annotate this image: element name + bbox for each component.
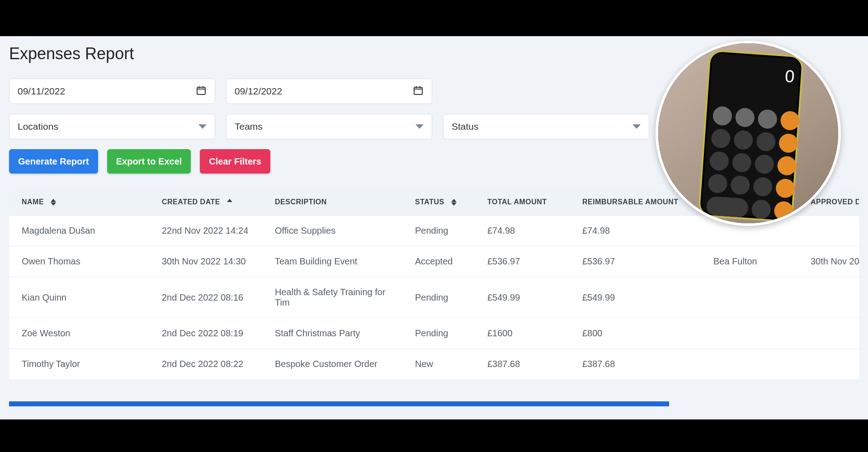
cell-status: New: [402, 349, 475, 380]
cell-created: 2nd Dec 2022 08:16: [149, 277, 262, 318]
table-row[interactable]: Kian Quinn2nd Dec 2022 08:16Health & Saf…: [9, 277, 859, 318]
calculator-display: 0: [784, 66, 795, 86]
col-name[interactable]: Name: [9, 189, 149, 216]
cell-total: £74.98: [475, 216, 570, 246]
status-label: Status: [452, 121, 479, 132]
hero-calculator-image: 0: [656, 41, 841, 226]
cell-created: 2nd Dec 2022 08:22: [149, 349, 262, 380]
cell-approved_by: [701, 318, 798, 349]
calendar-icon: [413, 85, 424, 98]
date-from-value: 09/11/2022: [18, 86, 65, 97]
sort-icon: [451, 199, 457, 206]
cell-name: Timothy Taylor: [9, 349, 149, 380]
cell-total: £536.97: [475, 246, 570, 277]
calendar-icon: [196, 85, 207, 98]
cell-name: Owen Thomas: [9, 246, 149, 277]
cell-approved_date: [798, 216, 859, 246]
cell-total: £1600: [475, 318, 570, 349]
col-description[interactable]: Description: [262, 189, 402, 216]
locations-select[interactable]: Locations: [9, 114, 215, 139]
table-row[interactable]: Zoë Weston2nd Dec 2022 08:19Staff Christ…: [9, 318, 859, 349]
locations-label: Locations: [18, 121, 58, 132]
cell-name: Magdalena Dušan: [9, 216, 149, 246]
svg-rect-1: [414, 87, 422, 94]
cell-approved_date: [798, 349, 859, 380]
status-select[interactable]: Status: [443, 114, 649, 139]
export-excel-button[interactable]: Export to Excel: [107, 149, 191, 174]
cell-created: 30th Nov 2022 14:30: [149, 246, 262, 277]
col-status[interactable]: Status: [402, 189, 475, 216]
cell-approved_date: [798, 277, 859, 318]
horizontal-scrollbar-thumb[interactable]: [9, 401, 669, 406]
cell-approved_by: Bea Fulton: [701, 246, 798, 277]
cell-reimbursable: £800: [570, 318, 701, 349]
cell-status: Pending: [402, 216, 475, 246]
chevron-down-icon: [632, 124, 641, 129]
teams-label: Teams: [235, 121, 263, 132]
cell-created: 2nd Dec 2022 08:19: [149, 318, 262, 349]
chevron-down-icon: [415, 124, 424, 129]
cell-created: 22nd Nov 2022 14:24: [149, 216, 262, 246]
cell-total: £549.99: [475, 277, 570, 318]
cell-description: Staff Christmas Party: [262, 318, 402, 349]
cell-name: Zoë Weston: [9, 318, 149, 349]
date-to-input[interactable]: 09/12/2022: [226, 79, 432, 104]
cell-description: Office Supplies: [262, 216, 402, 246]
cell-approved_by: [701, 349, 798, 380]
sort-asc-icon: [227, 199, 232, 206]
svg-rect-0: [197, 87, 205, 94]
cell-reimbursable: £536.97: [570, 246, 701, 277]
date-to-value: 09/12/2022: [235, 86, 282, 97]
table-row[interactable]: Owen Thomas30th Nov 2022 14:30Team Build…: [9, 246, 859, 277]
cell-reimbursable: £549.99: [570, 277, 701, 318]
col-total[interactable]: Total Amount: [475, 189, 570, 216]
cell-approved_date: [798, 318, 859, 349]
cell-name: Kian Quinn: [9, 277, 149, 318]
cell-total: £387.68: [475, 349, 570, 380]
decorator-notches: [656, 0, 868, 36]
cell-description: Team Building Event: [262, 246, 402, 277]
clear-filters-button[interactable]: Clear Filters: [200, 149, 270, 174]
cell-status: Accepted: [402, 246, 475, 277]
cell-description: Health & Safety Training for Tim: [262, 277, 402, 318]
col-created-date[interactable]: Created Date: [149, 189, 262, 216]
chevron-down-icon: [198, 124, 207, 129]
cell-approved_by: [701, 277, 798, 318]
cell-approved_date: 30th Nov 20: [798, 246, 859, 277]
cell-status: Pending: [402, 318, 475, 349]
cell-status: Pending: [402, 277, 475, 318]
table-row[interactable]: Timothy Taylor2nd Dec 2022 08:22Bespoke …: [9, 349, 859, 380]
teams-select[interactable]: Teams: [226, 114, 432, 139]
cell-description: Bespoke Customer Order: [262, 349, 402, 380]
sort-icon: [51, 199, 56, 206]
cell-reimbursable: £74.98: [570, 216, 701, 246]
date-from-input[interactable]: 09/11/2022: [9, 79, 215, 104]
cell-reimbursable: £387.68: [570, 349, 701, 380]
generate-report-button[interactable]: Generate Report: [9, 149, 98, 174]
